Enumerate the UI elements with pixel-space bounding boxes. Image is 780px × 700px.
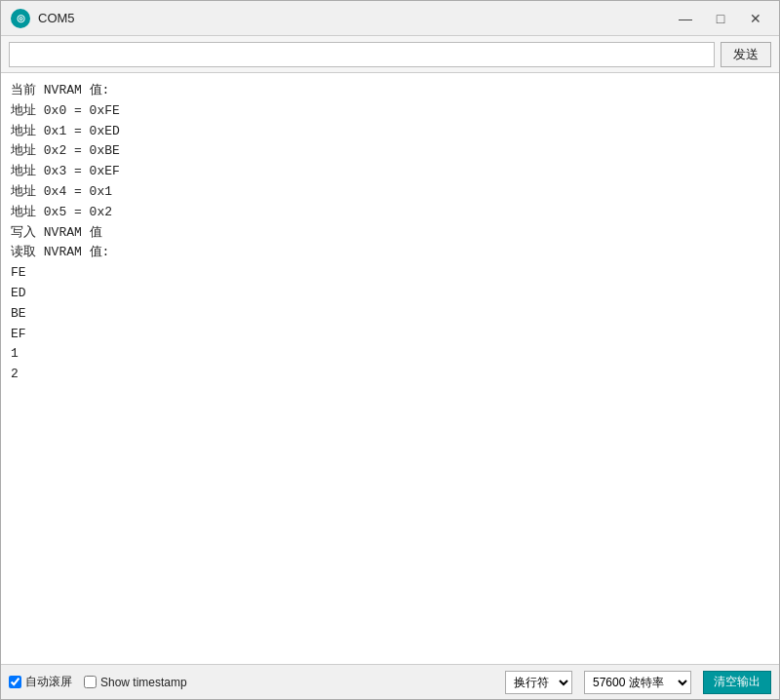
window-controls: — □ ✕ [672, 9, 769, 28]
line-ending-select[interactable]: 换行符无行尾回车符CR+LF [505, 671, 572, 694]
clear-output-button[interactable]: 清空输出 [703, 671, 771, 694]
title-left: ◎ COM5 [11, 9, 75, 28]
minimize-button[interactable]: — [672, 9, 699, 28]
maximize-button[interactable]: □ [707, 9, 734, 28]
send-input[interactable] [9, 42, 715, 67]
app-icon-symbol: ◎ [17, 13, 25, 23]
show-timestamp-checkbox[interactable] [84, 676, 97, 688]
auto-scroll-group[interactable]: 自动滚屏 [9, 674, 72, 690]
auto-scroll-checkbox[interactable] [9, 676, 21, 688]
show-timestamp-label: Show timestamp [100, 676, 187, 689]
app-icon: ◎ [11, 9, 30, 28]
toolbar: 发送 [1, 36, 779, 73]
close-button[interactable]: ✕ [742, 9, 769, 28]
window-title: COM5 [38, 11, 75, 25]
auto-scroll-label: 自动滚屏 [25, 674, 72, 690]
main-window: ◎ COM5 — □ ✕ 发送 当前 NVRAM 值: 地址 0x0 = 0xF… [0, 0, 780, 700]
send-button[interactable]: 发送 [721, 42, 771, 67]
show-timestamp-group[interactable]: Show timestamp [84, 676, 187, 689]
baudrate-select[interactable]: 300 波特率1200 波特率2400 波特率4800 波特率9600 波特率1… [584, 671, 691, 694]
title-bar: ◎ COM5 — □ ✕ [1, 1, 779, 36]
output-area: 当前 NVRAM 值: 地址 0x0 = 0xFE 地址 0x1 = 0xED … [1, 73, 779, 664]
status-bar: 自动滚屏 Show timestamp 换行符无行尾回车符CR+LF 300 波… [1, 664, 779, 699]
